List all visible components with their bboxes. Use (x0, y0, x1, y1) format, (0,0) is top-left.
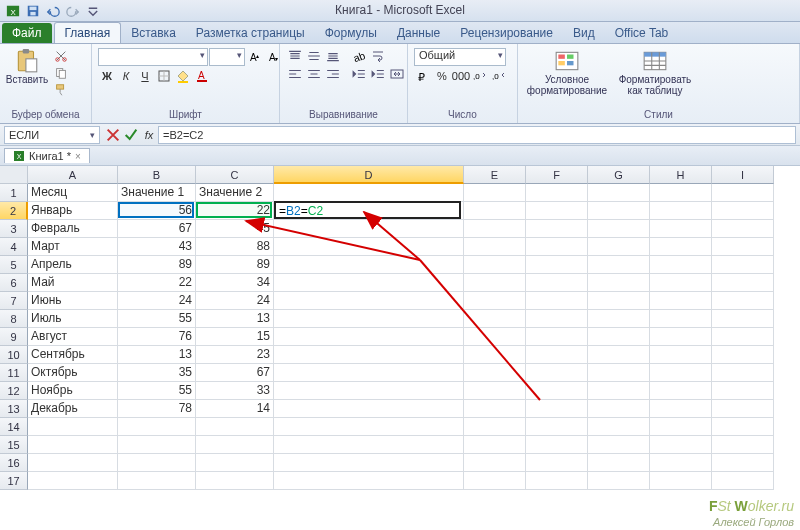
cell[interactable] (588, 292, 650, 310)
wrap-text-icon[interactable] (369, 48, 387, 64)
cell[interactable] (464, 310, 526, 328)
copy-icon[interactable] (52, 65, 70, 81)
font-family-combo[interactable] (98, 48, 208, 66)
select-all-corner[interactable] (0, 166, 28, 184)
cell[interactable] (274, 310, 464, 328)
percent-format-icon[interactable]: % (433, 68, 451, 84)
cell[interactable]: 43 (118, 238, 196, 256)
cell[interactable]: Декабрь (28, 400, 118, 418)
cell[interactable]: 88 (196, 238, 274, 256)
accounting-format-icon[interactable]: ₽ (414, 68, 432, 84)
increase-indent-icon[interactable] (369, 66, 387, 82)
row-header[interactable]: 12 (0, 382, 28, 400)
cell[interactable] (588, 346, 650, 364)
cell[interactable] (274, 382, 464, 400)
underline-icon[interactable]: Ч (136, 68, 154, 84)
cell[interactable] (588, 472, 650, 490)
cell[interactable] (650, 382, 712, 400)
cell[interactable] (464, 238, 526, 256)
cell[interactable] (526, 328, 588, 346)
row-header[interactable]: 2 (0, 202, 28, 220)
cell[interactable] (650, 202, 712, 220)
orientation-icon[interactable]: ab (350, 48, 368, 64)
cell[interactable] (196, 436, 274, 454)
paste-button[interactable]: Вставить (6, 48, 48, 85)
cell[interactable] (526, 418, 588, 436)
bold-icon[interactable]: Ж (98, 68, 116, 84)
cell[interactable] (650, 238, 712, 256)
ribbon-tab-формулы[interactable]: Формулы (315, 23, 387, 43)
save-icon[interactable] (24, 2, 42, 20)
fx-icon[interactable]: fx (141, 127, 157, 143)
cell[interactable]: 13 (118, 346, 196, 364)
cell[interactable] (196, 472, 274, 490)
cell[interactable]: 22 (118, 274, 196, 292)
cell[interactable] (588, 256, 650, 274)
cell[interactable]: 22 (196, 202, 274, 220)
cell[interactable]: Август (28, 328, 118, 346)
row-header[interactable]: 10 (0, 346, 28, 364)
cell[interactable] (464, 274, 526, 292)
cell[interactable] (464, 436, 526, 454)
increase-font-icon[interactable]: A▴ (246, 49, 264, 65)
cell[interactable] (712, 328, 774, 346)
cell[interactable] (274, 364, 464, 382)
cell[interactable] (712, 292, 774, 310)
cell[interactable] (526, 220, 588, 238)
cell[interactable] (650, 328, 712, 346)
qat-dropdown-icon[interactable] (84, 2, 102, 20)
row-header[interactable]: 11 (0, 364, 28, 382)
cell[interactable] (650, 418, 712, 436)
ribbon-tab-главная[interactable]: Главная (54, 22, 122, 43)
cell[interactable] (274, 184, 464, 202)
cell[interactable] (526, 184, 588, 202)
cell[interactable]: 55 (118, 382, 196, 400)
row-header[interactable]: 3 (0, 220, 28, 238)
cell[interactable]: Июнь (28, 292, 118, 310)
cell[interactable]: Май (28, 274, 118, 292)
cell[interactable]: 24 (118, 292, 196, 310)
column-header[interactable]: E (464, 166, 526, 184)
cell[interactable] (118, 454, 196, 472)
cell[interactable] (712, 202, 774, 220)
comma-format-icon[interactable]: 000 (452, 68, 470, 84)
cell[interactable] (588, 418, 650, 436)
cell[interactable] (464, 202, 526, 220)
cell[interactable]: Март (28, 238, 118, 256)
cell[interactable]: Значение 2 (196, 184, 274, 202)
cell[interactable] (526, 292, 588, 310)
cell[interactable] (712, 472, 774, 490)
merge-cells-icon[interactable] (388, 66, 406, 82)
format-painter-icon[interactable] (52, 82, 70, 98)
cell[interactable] (650, 184, 712, 202)
cell[interactable]: 76 (118, 328, 196, 346)
cell[interactable] (712, 220, 774, 238)
cell[interactable] (464, 292, 526, 310)
cell[interactable] (588, 202, 650, 220)
cell[interactable] (118, 472, 196, 490)
cell[interactable] (712, 256, 774, 274)
column-header[interactable]: H (650, 166, 712, 184)
cell[interactable] (588, 274, 650, 292)
cell[interactable] (464, 346, 526, 364)
ribbon-tab-office tab[interactable]: Office Tab (605, 23, 679, 43)
cell[interactable]: 35 (118, 364, 196, 382)
cell[interactable] (464, 256, 526, 274)
cell[interactable] (464, 382, 526, 400)
cell[interactable]: 23 (196, 346, 274, 364)
close-tab-icon[interactable]: × (75, 151, 81, 162)
cell[interactable]: Январь (28, 202, 118, 220)
cell[interactable] (464, 364, 526, 382)
cell[interactable]: Октябрь (28, 364, 118, 382)
cell[interactable] (588, 238, 650, 256)
column-header[interactable]: I (712, 166, 774, 184)
cell[interactable] (712, 310, 774, 328)
cell[interactable] (650, 274, 712, 292)
cell[interactable] (28, 418, 118, 436)
cell[interactable] (274, 256, 464, 274)
cut-icon[interactable] (52, 48, 70, 64)
increase-decimal-icon[interactable]: ,0 (471, 68, 489, 84)
cell[interactable] (526, 346, 588, 364)
row-header[interactable]: 17 (0, 472, 28, 490)
cell[interactable] (588, 220, 650, 238)
